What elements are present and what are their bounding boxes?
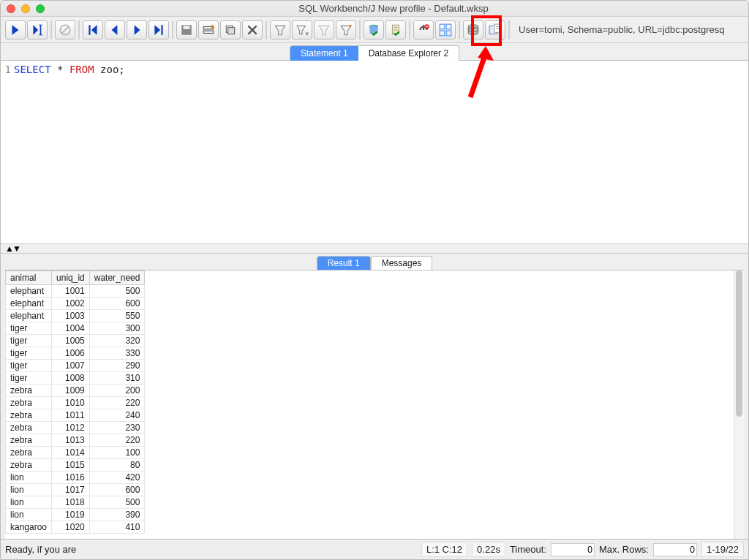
table-row[interactable]: zebra1011240 xyxy=(6,409,145,422)
cell-water-need[interactable]: 600 xyxy=(89,484,145,496)
table-row[interactable]: tiger1008310 xyxy=(6,372,145,385)
stop-button[interactable] xyxy=(55,20,75,39)
delete-row-button[interactable] xyxy=(242,20,263,39)
cell-animal[interactable]: tiger xyxy=(6,347,52,360)
tab-messages[interactable]: Messages xyxy=(371,256,433,270)
tab-explorer[interactable]: Database Explorer 2 xyxy=(358,46,459,61)
disconnect-button[interactable] xyxy=(413,20,434,39)
cell-uniq-id[interactable]: 1009 xyxy=(52,385,90,397)
table-row[interactable]: lion1016420 xyxy=(6,472,145,484)
sql-editor[interactable]: 1 SELECT * FROM zoo; xyxy=(1,61,748,243)
column-header[interactable]: water_need xyxy=(89,271,145,285)
cell-uniq-id[interactable]: 1001 xyxy=(52,285,90,298)
cell-water-need[interactable]: 330 xyxy=(89,347,145,360)
clear-filter-button[interactable] xyxy=(314,20,334,39)
cell-water-need[interactable]: 310 xyxy=(89,372,145,385)
table-row[interactable]: tiger1007290 xyxy=(6,360,145,372)
cell-uniq-id[interactable]: 1018 xyxy=(52,496,90,509)
maxrows-input[interactable] xyxy=(653,543,697,556)
cell-uniq-id[interactable]: 1008 xyxy=(52,372,90,385)
filter-button[interactable] xyxy=(270,20,290,39)
table-row[interactable]: elephant1002600 xyxy=(6,298,145,310)
execute-cursor-button[interactable] xyxy=(27,20,48,39)
cell-animal[interactable]: lion xyxy=(6,509,52,521)
cell-uniq-id[interactable]: 1016 xyxy=(52,472,90,484)
cell-water-need[interactable]: 100 xyxy=(89,447,145,459)
next-button[interactable] xyxy=(127,20,147,39)
cell-animal[interactable]: zebra xyxy=(6,409,52,422)
maximize-icon[interactable] xyxy=(36,4,45,13)
cell-water-need[interactable]: 600 xyxy=(89,298,145,310)
table-row[interactable]: zebra1012230 xyxy=(6,422,145,434)
table-row[interactable]: lion1018500 xyxy=(6,496,145,509)
filter-dropdown-button[interactable] xyxy=(292,20,312,39)
execute-button[interactable] xyxy=(5,20,26,39)
table-row[interactable]: zebra101580 xyxy=(6,459,145,472)
db-explorer-button[interactable] xyxy=(463,20,483,39)
cell-animal[interactable]: zebra xyxy=(6,385,52,397)
editor-code[interactable]: SELECT * FROM zoo; xyxy=(12,61,748,243)
prev-button[interactable] xyxy=(105,20,125,39)
rollback-button[interactable] xyxy=(385,20,406,39)
cell-animal[interactable]: elephant xyxy=(6,285,52,298)
cell-uniq-id[interactable]: 1019 xyxy=(52,509,90,521)
cell-uniq-id[interactable]: 1005 xyxy=(52,335,90,347)
result-grid[interactable]: animaluniq_idwater_need elephant1001500e… xyxy=(5,270,744,539)
cell-uniq-id[interactable]: 1006 xyxy=(52,347,90,360)
last-button[interactable] xyxy=(148,20,169,39)
result-scrollbar[interactable] xyxy=(734,270,744,539)
cell-animal[interactable]: zebra xyxy=(6,397,52,409)
cell-water-need[interactable]: 500 xyxy=(89,496,145,509)
table-row[interactable]: elephant1001500 xyxy=(6,285,145,298)
cell-uniq-id[interactable]: 1004 xyxy=(52,322,90,335)
cell-uniq-id[interactable]: 1014 xyxy=(52,447,90,459)
table-row[interactable]: lion1019390 xyxy=(6,509,145,521)
insert-row-button[interactable] xyxy=(198,20,219,39)
table-row[interactable]: elephant1003550 xyxy=(6,310,145,322)
cell-animal[interactable]: zebra xyxy=(6,447,52,459)
minimize-icon[interactable] xyxy=(21,4,30,13)
cell-animal[interactable]: tiger xyxy=(6,335,52,347)
table-row[interactable]: zebra1009200 xyxy=(6,385,145,397)
cell-animal[interactable]: lion xyxy=(6,484,52,496)
quick-filter-button[interactable] xyxy=(336,20,356,39)
cell-uniq-id[interactable]: 1017 xyxy=(52,484,90,496)
cell-water-need[interactable]: 240 xyxy=(89,409,145,422)
cell-uniq-id[interactable]: 1003 xyxy=(52,310,90,322)
cell-uniq-id[interactable]: 1002 xyxy=(52,298,90,310)
commit-button[interactable] xyxy=(364,20,384,39)
first-button[interactable] xyxy=(83,20,103,39)
cell-uniq-id[interactable]: 1012 xyxy=(52,422,90,434)
cell-animal[interactable]: tiger xyxy=(6,322,52,335)
cell-uniq-id[interactable]: 1020 xyxy=(52,521,90,534)
table-row[interactable]: zebra1014100 xyxy=(6,447,145,459)
cell-animal[interactable]: kangaroo xyxy=(6,521,52,534)
cell-uniq-id[interactable]: 1010 xyxy=(52,397,90,409)
cell-water-need[interactable]: 220 xyxy=(89,397,145,409)
table-row[interactable]: tiger1005320 xyxy=(6,335,145,347)
cell-animal[interactable]: elephant xyxy=(6,298,52,310)
cell-water-need[interactable]: 230 xyxy=(89,422,145,434)
cell-water-need[interactable]: 200 xyxy=(89,385,145,397)
timeout-input[interactable] xyxy=(551,543,595,556)
cell-water-need[interactable]: 220 xyxy=(89,434,145,447)
table-row[interactable]: tiger1006330 xyxy=(6,347,145,360)
cell-water-need[interactable]: 320 xyxy=(89,335,145,347)
cell-animal[interactable]: tiger xyxy=(6,372,52,385)
cell-water-need[interactable]: 500 xyxy=(89,285,145,298)
cell-uniq-id[interactable]: 1011 xyxy=(52,409,90,422)
cell-animal[interactable]: lion xyxy=(6,472,52,484)
tab-statement[interactable]: Statement 1 xyxy=(290,46,358,61)
append-results-button[interactable] xyxy=(435,20,456,39)
table-row[interactable]: kangaroo1020410 xyxy=(6,521,145,534)
new-explorer-tab-button[interactable] xyxy=(485,20,505,39)
cell-animal[interactable]: zebra xyxy=(6,434,52,447)
cell-uniq-id[interactable]: 1013 xyxy=(52,434,90,447)
cell-animal[interactable]: zebra xyxy=(6,422,52,434)
cell-water-need[interactable]: 410 xyxy=(89,521,145,534)
save-button[interactable] xyxy=(176,20,197,39)
cell-animal[interactable]: zebra xyxy=(6,459,52,472)
cell-water-need[interactable]: 550 xyxy=(89,310,145,322)
column-header[interactable]: uniq_id xyxy=(52,271,90,285)
tab-result[interactable]: Result 1 xyxy=(317,256,371,270)
